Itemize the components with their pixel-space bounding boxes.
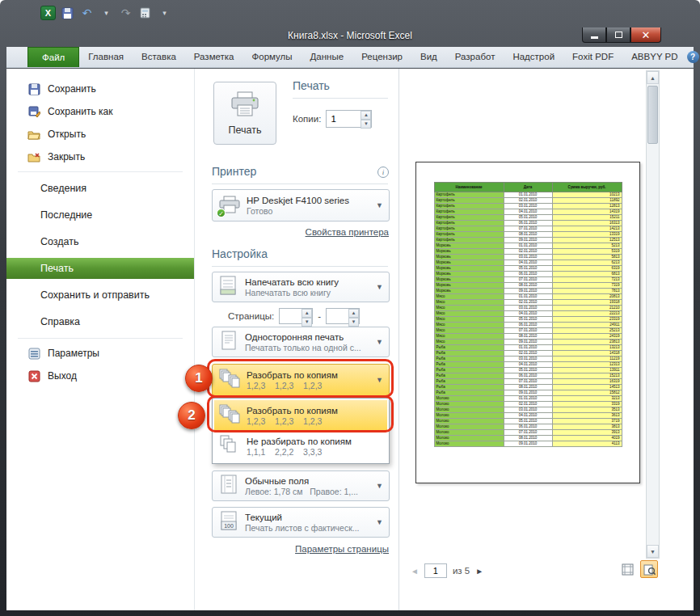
preview-table: Наименование Дата Сумма выручки, руб. Ка… — [434, 182, 622, 447]
print-button[interactable]: Печать — [213, 82, 276, 145]
table-row: Молоко05.01.20103719 — [434, 419, 622, 424]
sidebar-item-info[interactable]: Сведения — [6, 178, 194, 199]
table-row: Морковь09.01.20107813 — [434, 289, 622, 294]
tab-review[interactable]: Рецензир — [352, 47, 411, 67]
zoom-to-page-button[interactable] — [640, 560, 658, 578]
print-range-dropdown[interactable]: Напечатать всю книгу Напечатать всю книг… — [212, 272, 390, 302]
table-row: Морковь01.01.20105213 — [434, 243, 622, 249]
show-margins-button[interactable] — [618, 560, 636, 578]
table-row: Морковь04.01.20106213 — [434, 260, 622, 266]
sidebar-item-exit[interactable]: Выход — [6, 365, 194, 387]
previous-page-button[interactable]: ◄ — [411, 567, 419, 576]
tab-abbyy[interactable]: ABBYY PD — [622, 47, 686, 67]
collate-option-uncollated[interactable]: Не разбирать по копиям 1,1,1 2,2,2 3,3,3 — [214, 431, 387, 462]
tab-data[interactable]: Данные — [302, 47, 353, 67]
pages-to-down-icon[interactable]: ▼ — [348, 318, 359, 327]
printer-properties-link[interactable]: Свойства принтера — [306, 227, 389, 237]
sidebar-item-new[interactable]: Создать — [6, 231, 194, 252]
table-row: Рыба03.01.201011219 — [434, 357, 622, 362]
sidebar-item-options[interactable]: Параметры — [6, 342, 194, 365]
current-page-input[interactable] — [424, 563, 447, 578]
tab-home[interactable]: Главная — [79, 47, 133, 67]
calculator-icon[interactable] — [137, 6, 153, 20]
section-heading-printer: Принтер — [212, 165, 256, 178]
sidebar-item-label: Выход — [48, 370, 77, 382]
sidebar-item-save-as[interactable]: Сохранить как — [6, 100, 194, 123]
sidebar-item-open[interactable]: Открыть — [6, 123, 194, 146]
print-settings-panel: Печать Печать Копии: ▲▼ Принтер i ✓ — [195, 69, 399, 610]
scrollbar-thumb[interactable] — [647, 86, 658, 144]
pages-to-up-icon[interactable]: ▲ — [348, 309, 359, 318]
table-row: Рыба05.01.201013911 — [434, 368, 622, 373]
table-row: Молоко09.01.20104113 — [434, 441, 622, 447]
table-row: Мясо05.01.201023319 — [434, 317, 622, 323]
copies-stepper: ▲▼ — [326, 110, 372, 128]
sidebar-item-save[interactable]: Сохранить — [6, 78, 194, 100]
sidebar-item-print[interactable]: Печать — [6, 258, 194, 279]
table-row: Картофель01.01.201010213 — [434, 192, 622, 198]
table-row: Молоко02.01.20103319 — [434, 402, 622, 407]
help-icon[interactable]: ? — [687, 51, 699, 63]
table-row: Молоко01.01.20103213 — [434, 396, 622, 402]
page-setup-link[interactable]: Параметры страницы — [295, 544, 389, 554]
collate-options-dropdown: Разобрать по копиям 1,2,3 1,2,3 1,2,3 Не… — [212, 398, 390, 464]
sidebar-separator — [18, 171, 183, 172]
table-row: Картофель06.01.201016313 — [434, 221, 622, 226]
close-window-button[interactable]: ✕ — [630, 27, 661, 43]
minimize-window-button[interactable] — [582, 27, 606, 43]
chevron-down-icon: ▼ — [373, 482, 386, 490]
tab-addins[interactable]: Надстрой — [504, 47, 563, 67]
scroll-down-icon[interactable]: ▼ — [647, 545, 659, 558]
print-button-label: Печать — [229, 124, 262, 136]
table-row: Рыба02.01.201014318 — [434, 351, 622, 357]
vertical-scrollbar[interactable]: ▲ ▼ — [646, 70, 660, 559]
margins-dropdown[interactable]: Обычные поля Левое: 1,78 см Правое: 1,..… — [212, 470, 390, 501]
tab-page-layout[interactable]: Разметка — [185, 47, 243, 67]
pages-from-down-icon[interactable]: ▼ — [302, 318, 312, 327]
copies-label: Копии: — [293, 114, 321, 124]
undo-dropdown-caret-icon[interactable]: ▾ — [99, 6, 114, 20]
tab-developer[interactable]: Разработ — [446, 47, 504, 67]
table-row: Рыба04.01.201012313 — [434, 362, 622, 368]
save-icon[interactable] — [60, 6, 75, 20]
tab-file[interactable]: Файл — [27, 47, 79, 67]
duplex-dropdown[interactable]: Односторонняя печать Печатать только на … — [212, 327, 390, 357]
collate-option-collated[interactable]: Разобрать по копиям 1,2,3 1,2,3 1,2,3 — [214, 400, 387, 431]
table-row: Рыба01.01.201013213 — [434, 345, 622, 351]
chevron-down-icon: ▼ — [373, 376, 386, 384]
table-row: Мясо06.01.201024911 — [434, 323, 622, 328]
sidebar-item-save-and-send[interactable]: Сохранить и отправить — [6, 285, 194, 306]
tab-formulas[interactable]: Формулы — [243, 47, 302, 67]
table-row: Морковь06.01.20106813 — [434, 272, 622, 277]
undo-icon[interactable]: ↶ — [79, 6, 95, 20]
tab-view[interactable]: Вид — [411, 47, 446, 67]
exit-icon — [27, 369, 40, 382]
scaling-dropdown[interactable]: 100 Текущий Печать листов с фактическ...… — [212, 507, 390, 538]
printer-dropdown[interactable]: ✓ HP Deskjet F4100 series Готово ▼ — [212, 189, 390, 222]
annotation-step-1-circle: 1 — [185, 365, 213, 392]
sidebar-item-label: Открыть — [48, 129, 86, 140]
excel-app-icon[interactable]: X — [40, 6, 56, 20]
next-page-button[interactable]: ► — [475, 567, 483, 576]
redo-icon[interactable]: ↷ — [118, 6, 133, 20]
annotation-step-2-circle: 2 — [178, 402, 205, 429]
restore-window-button[interactable] — [606, 27, 630, 43]
sidebar-item-recent[interactable]: Последние — [6, 205, 194, 226]
one-sided-page-icon — [219, 330, 238, 354]
printer-info-icon[interactable]: i — [377, 167, 389, 178]
table-row: Морковь03.01.20105813 — [434, 255, 622, 260]
scroll-up-icon[interactable]: ▲ — [647, 71, 659, 84]
copies-down-icon[interactable]: ▼ — [361, 120, 371, 129]
copies-up-icon[interactable]: ▲ — [361, 111, 371, 120]
backstage-sidebar: Сохранить Сохранить как Открыть Закрыть … — [6, 69, 195, 610]
sidebar-item-help[interactable]: Справка — [6, 311, 194, 332]
collate-dropdown[interactable]: Разобрать по копиям 1,2,3 1,2,3 1,2,3 ▼ — [212, 364, 390, 396]
customize-qat-caret-icon[interactable]: ▾ — [157, 6, 172, 20]
tab-insert[interactable]: Вставка — [133, 47, 185, 67]
table-row: Молоко04.01.20103613 — [434, 413, 622, 419]
table-row: Рыба07.01.201016319 — [434, 379, 622, 385]
sidebar-item-close[interactable]: Закрыть — [6, 146, 194, 168]
table-row: Картофель05.01.201015211 — [434, 215, 622, 221]
tab-foxit-pdf[interactable]: Foxit PDF — [563, 47, 622, 67]
pages-from-up-icon[interactable]: ▲ — [302, 309, 312, 318]
